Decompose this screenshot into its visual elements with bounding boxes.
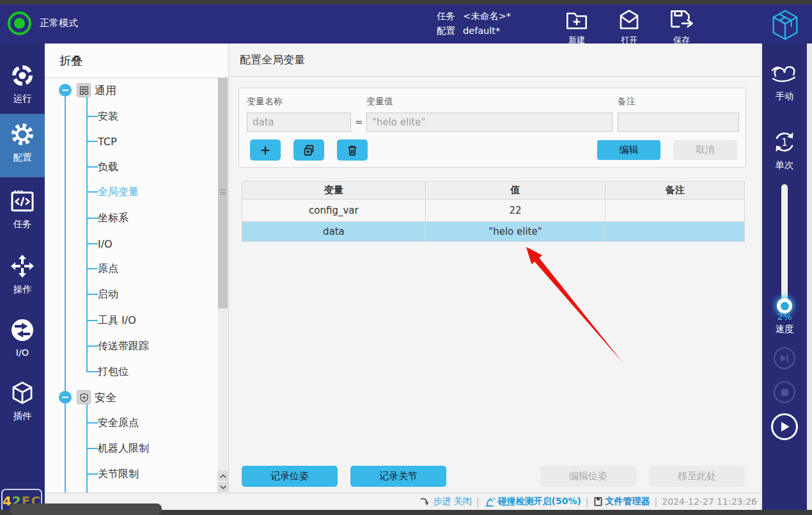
- cell-note[interactable]: [605, 222, 745, 242]
- step-mode-label: 步进 关闭: [433, 496, 471, 507]
- tree-item-label: 坐标系: [98, 212, 129, 225]
- cell-value[interactable]: 22: [425, 200, 605, 222]
- brand-logo-icon: [769, 8, 801, 44]
- tree-item-io[interactable]: I/O: [45, 237, 208, 251]
- main-content: 配置全局变量 变量名称 变量值 备注 = 编辑 取消 变量: [229, 44, 761, 493]
- col-header-note: 备注: [605, 182, 745, 200]
- scroll-up-button[interactable]: [217, 471, 228, 481]
- tree-group-safety-label: 安全: [95, 390, 116, 405]
- cell-note[interactable]: [605, 200, 745, 222]
- config-nav-label: 配置: [13, 152, 32, 164]
- collapse-toggle-icon[interactable]: [59, 391, 72, 404]
- table-row[interactable]: config_var 22: [242, 200, 745, 222]
- name-field-label: 变量名称: [247, 96, 283, 107]
- tree-item-robot-limits[interactable]: 机器人限制: [45, 441, 208, 456]
- step-mode-status[interactable]: 步进 关闭: [419, 496, 471, 507]
- svg-text:1: 1: [781, 137, 788, 148]
- trash-icon: [346, 144, 359, 157]
- record-joints-button[interactable]: 记录关节: [350, 466, 446, 487]
- stop-button[interactable]: [774, 381, 795, 403]
- config-label: 配置: [437, 24, 455, 38]
- edit-pose-button[interactable]: 编辑位姿: [540, 466, 636, 487]
- sidebar-item-config[interactable]: 配置: [0, 122, 45, 164]
- step-mode-icon: [419, 497, 430, 507]
- tree-item-startup[interactable]: 启动: [45, 287, 208, 301]
- tree-item-safe-home[interactable]: 安全原点: [45, 416, 208, 430]
- tree-item-label: TCP: [98, 136, 117, 148]
- manual-mode-button[interactable]: 手动: [762, 61, 807, 102]
- table-row-selected[interactable]: data "helo elite": [242, 222, 745, 242]
- tree-item-home[interactable]: 原点: [45, 262, 208, 276]
- collapse-toggle-icon[interactable]: [59, 84, 72, 97]
- file-manager-status[interactable]: 文件管理器: [593, 496, 650, 507]
- scroll-down-button[interactable]: [217, 482, 228, 492]
- sidebar-item-plugin[interactable]: 插件: [0, 380, 45, 422]
- operate-nav-label: 操作: [13, 283, 32, 296]
- tree-item-conveyor[interactable]: 传送带跟踪: [45, 339, 208, 353]
- speed-percentage: 2%: [762, 312, 807, 322]
- single-run-button[interactable]: 1 单次: [762, 129, 807, 171]
- record-pose-button[interactable]: 记录位姿: [242, 466, 338, 487]
- tree-item-label: 机器人限制: [98, 442, 149, 456]
- note-field-label: 备注: [618, 96, 636, 107]
- play-button[interactable]: [771, 413, 798, 440]
- duplicate-variable-button[interactable]: [293, 139, 324, 161]
- edit-button[interactable]: 编辑: [597, 140, 660, 160]
- collision-status[interactable]: 碰撞检测开启(50%): [484, 496, 581, 507]
- sidebar-item-run[interactable]: 运行: [0, 63, 45, 105]
- cell-name[interactable]: data: [242, 222, 426, 242]
- step-next-button[interactable]: [774, 347, 795, 369]
- file-manager-label: 文件管理器: [605, 496, 650, 507]
- tree-item-install[interactable]: 安装: [45, 109, 208, 123]
- collapse-header[interactable]: 折叠: [45, 44, 228, 78]
- tree-scrollbar-thumb[interactable]: [218, 78, 228, 308]
- tree-item-global-variables[interactable]: 全局变量: [45, 185, 208, 199]
- new-button[interactable]: 新建: [559, 8, 595, 46]
- status-ok-icon: [8, 12, 31, 35]
- sidebar-item-operate[interactable]: 操作: [0, 253, 45, 296]
- file-actions: 新建 打开 保存: [559, 8, 699, 46]
- cancel-button[interactable]: 取消: [673, 140, 737, 160]
- tree-item-pallet[interactable]: 打包位: [45, 365, 208, 379]
- gear-icon: [10, 122, 35, 150]
- col-header-value: 值: [425, 182, 605, 200]
- move-arrows-icon: [10, 253, 35, 281]
- tree-item-coordinate[interactable]: 坐标系: [45, 211, 208, 225]
- single-label: 单次: [776, 159, 794, 171]
- hand-icon: [770, 61, 799, 88]
- delete-variable-button[interactable]: [337, 139, 368, 161]
- variable-name-input[interactable]: [247, 113, 351, 132]
- variable-value-input[interactable]: [366, 113, 613, 132]
- col-header-variable: 变量: [242, 182, 426, 200]
- tree-item-payload[interactable]: 负载: [45, 160, 208, 174]
- cube-icon: [10, 380, 35, 408]
- robot-mode-indicator: 正常模式: [8, 12, 78, 35]
- task-config-info: 任务 <未命名>* 配置 default*: [437, 9, 511, 38]
- tree-group-safety[interactable]: 安全: [45, 390, 211, 405]
- equals-sign: =: [355, 116, 363, 128]
- tree-item-tool-io[interactable]: 工具 I/O: [45, 313, 208, 328]
- copy-icon: [302, 144, 315, 157]
- open-button[interactable]: 打开: [611, 8, 647, 46]
- play-icon: [779, 421, 790, 432]
- save-button[interactable]: 保存: [664, 8, 699, 46]
- add-variable-button[interactable]: [250, 139, 281, 161]
- sidebar-item-task[interactable]: 任务: [0, 189, 45, 230]
- manual-label: 手动: [776, 90, 794, 102]
- cell-name[interactable]: config_var: [242, 200, 426, 222]
- task-label: 任务: [437, 9, 455, 24]
- cell-value[interactable]: "helo elite": [425, 222, 605, 242]
- note-input[interactable]: [618, 113, 739, 132]
- tree-item-label: I/O: [98, 238, 113, 250]
- file-manager-icon: [593, 496, 603, 507]
- tree-item-label: 全局变量: [98, 186, 139, 199]
- tree-item-joint-limits[interactable]: 关节限制: [45, 467, 208, 481]
- move-here-button[interactable]: 移至此处: [649, 466, 745, 487]
- collision-detect-icon: [484, 496, 496, 507]
- sidebar-item-io[interactable]: I/O: [0, 317, 45, 358]
- tree-item-tcp[interactable]: TCP: [45, 134, 208, 148]
- tree-group-general[interactable]: 通用: [45, 83, 211, 98]
- variables-table: 变量 值 备注 config_var 22 data "helo elite": [242, 181, 745, 242]
- speed-slider-track[interactable]: [781, 184, 788, 311]
- datetime-display: 2024-12-27 11:23:26: [662, 496, 757, 507]
